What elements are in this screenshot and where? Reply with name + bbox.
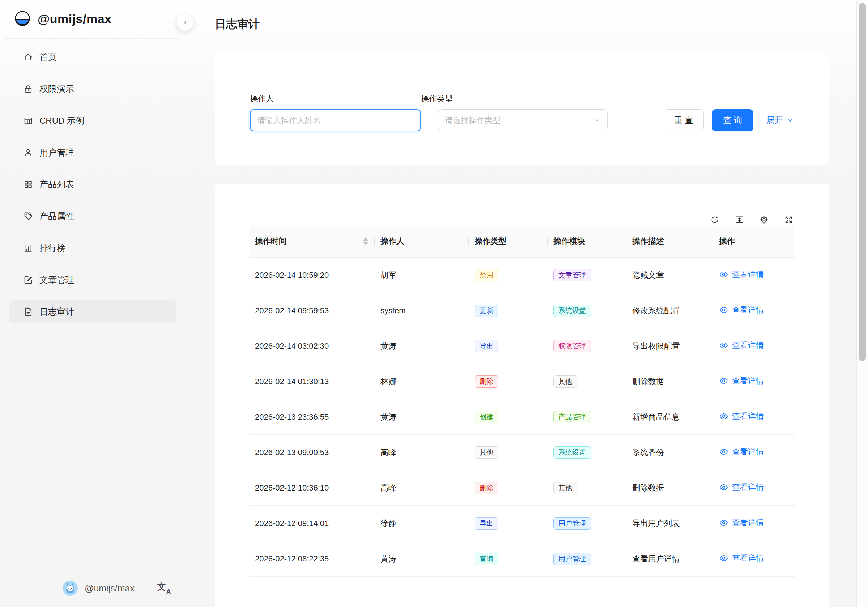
view-details-link[interactable]: 查看详情 (719, 482, 764, 493)
expand-label: 展开 (766, 115, 783, 126)
file-text-icon (23, 307, 33, 317)
chevron-left-icon (181, 19, 189, 26)
operation-type-tag: 查询 (474, 553, 498, 565)
operation-type-tag: 创建 (474, 411, 498, 423)
search-button[interactable]: 查 询 (712, 109, 753, 131)
app-logo-row[interactable]: @umijs/max (14, 10, 112, 28)
operator-input[interactable] (250, 109, 421, 131)
table-icon (23, 116, 33, 126)
cell-time: 2026-02-14 09:59:53 (249, 293, 375, 328)
translate-icon[interactable]: 文 A (157, 582, 170, 595)
table-row: 2026-02-14 09:59:53 system 更新 系统设置 修改系统配… (249, 293, 795, 328)
view-details-link[interactable]: 查看详情 (719, 304, 764, 315)
expand-link[interactable]: 展开 (766, 115, 794, 126)
cell-operator: system (375, 293, 469, 328)
appstore-icon (23, 179, 33, 189)
module-tag: 其他 (553, 376, 577, 388)
chevron-down-icon (787, 117, 794, 124)
setting-icon[interactable] (759, 214, 770, 225)
cell-description: 隐藏文章 (626, 258, 713, 293)
operator-field: 操作人 (250, 93, 421, 131)
cell-time: 2026-02-14 10:59:20 (249, 258, 375, 293)
cell-operator: 胡军 (375, 258, 469, 293)
footer-username[interactable]: @umijs/max (85, 583, 135, 594)
sort-carets-icon[interactable] (363, 237, 368, 245)
eye-icon (719, 270, 728, 279)
filter-actions: 重 置 查 询 展开 (663, 109, 794, 131)
user-avatar[interactable] (63, 581, 78, 596)
cell-time: 2026-02-13 09:00:53 (249, 435, 375, 470)
eye-icon (719, 305, 728, 315)
lock-icon (23, 84, 33, 94)
sidebar-item-ranking[interactable]: 排行榜 (9, 237, 176, 260)
cell-time: 2026-02-14 01:30:13 (249, 364, 375, 399)
sidebar-menu: 首页 权限演示 CRUD 示例 用户管理 产品列表 产品属性 排行榜 文章管理 … (9, 46, 176, 332)
audit-log-table: 操作时间 操作人 操作类型 操作模块 操作描述 操作 2026-02-14 10… (249, 225, 795, 594)
cell-time: 2026-02-12 10:36:10 (249, 470, 375, 506)
cell-operator: 黄涛 (375, 328, 469, 364)
column-header-time[interactable]: 操作时间 (249, 225, 375, 258)
bar-chart-icon (23, 243, 33, 253)
sidebar-item-audit-log[interactable]: 日志审计 (9, 300, 176, 323)
filter-card: 操作人 操作类型 请选择操作类型 重 置 查 询 展开 (215, 53, 829, 165)
view-details-link[interactable]: 查看详情 (719, 517, 764, 528)
reload-icon[interactable] (710, 214, 721, 225)
table-row: 2026-02-13 09:00:53 高峰 其他 系统设置 系统备份 查看详情 (249, 435, 795, 470)
page-scrollbar-thumb[interactable] (859, 3, 866, 361)
table-toolbar (249, 184, 795, 225)
sidebar-item-home[interactable]: 首页 (9, 46, 176, 69)
table-card: 操作时间 操作人 操作类型 操作模块 操作描述 操作 2026-02-14 10… (215, 184, 829, 607)
table-row: 2026-02-14 10:59:20 胡军 禁用 文章管理 隐藏文章 查看详情 (249, 258, 795, 293)
main-content: 日志审计 操作人 操作类型 请选择操作类型 重 置 查 询 展开 (185, 0, 856, 607)
view-details-link[interactable]: 查看详情 (719, 269, 764, 280)
view-details-link[interactable]: 查看详情 (719, 411, 764, 422)
table-row: 2026-02-13 23:36:55 黄涛 创建 产品管理 新增商品信息 查看… (249, 399, 795, 435)
module-tag: 系统设置 (553, 446, 591, 459)
fullscreen-icon[interactable] (784, 214, 795, 225)
module-tag: 其他 (553, 482, 577, 494)
eye-icon (719, 341, 728, 350)
sidebar-item-crud[interactable]: CRUD 示例 (9, 109, 176, 132)
cell-description: 导出用户列表 (626, 506, 713, 541)
density-icon[interactable] (735, 214, 746, 225)
table-row: 2026-02-12 09:14:01 徐静 导出 用户管理 导出用户列表 查看… (249, 506, 795, 541)
operation-type-tag: 导出 (474, 340, 498, 352)
page-scrollbar-track[interactable] (856, 0, 868, 607)
cell-description: 查看用户详情 (626, 541, 713, 577)
cell-operator: 高峰 (375, 470, 469, 506)
cell-time: 2026-02-12 08:22:35 (249, 541, 375, 577)
view-details-link[interactable]: 查看详情 (719, 340, 764, 351)
column-header-action: 操作 (713, 225, 795, 258)
cell-description: 系统备份 (626, 435, 713, 470)
column-header-module: 操作模块 (547, 225, 626, 258)
cell-time: 2026-02-13 23:36:55 (249, 399, 375, 435)
home-icon (23, 52, 33, 62)
cell-operator: 徐静 (375, 506, 469, 541)
view-details-link[interactable]: 查看详情 (719, 446, 764, 457)
operation-type-tag: 删除 (474, 482, 498, 494)
operation-type-tag: 删除 (474, 376, 498, 388)
module-tag: 用户管理 (553, 553, 591, 565)
operation-type-tag: 其他 (474, 446, 498, 459)
cell-description: 新增商品信息 (626, 399, 713, 435)
sidebar-collapse-button[interactable] (177, 14, 194, 31)
sidebar-item-users[interactable]: 用户管理 (9, 141, 176, 164)
sidebar-item-articles[interactable]: 文章管理 (9, 269, 176, 292)
sidebar-item-permission[interactable]: 权限演示 (9, 78, 176, 101)
sidebar-item-product-list[interactable]: 产品列表 (9, 173, 176, 196)
table-row: 2026-02-12 10:36:10 高峰 删除 其他 删除数据 查看详情 (249, 470, 795, 506)
umi-rice-bowl-logo-icon (14, 10, 31, 28)
view-details-link[interactable]: 查看详情 (719, 376, 764, 387)
type-select[interactable]: 请选择操作类型 (438, 109, 608, 131)
eye-icon (719, 553, 728, 563)
eye-icon (719, 376, 728, 386)
cell-operator: 黄涛 (375, 541, 469, 577)
type-field: 操作类型 请选择操作类型 (421, 93, 608, 131)
view-details-link[interactable]: 查看详情 (719, 553, 764, 564)
column-header-type: 操作类型 (469, 225, 547, 258)
sidebar-divider (4, 38, 180, 39)
app-title: @umijs/max (37, 12, 112, 26)
reset-button[interactable]: 重 置 (663, 109, 704, 131)
sidebar-item-product-attrs[interactable]: 产品属性 (9, 205, 176, 228)
cell-operator: 高峰 (375, 435, 469, 470)
